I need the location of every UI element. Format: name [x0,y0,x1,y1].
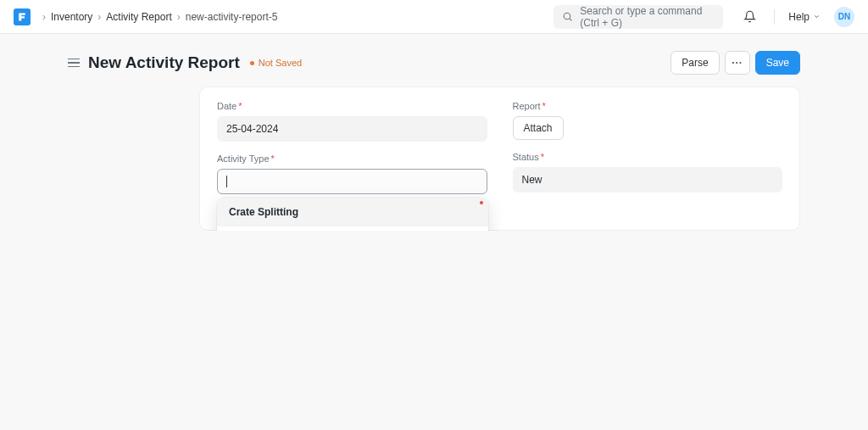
dropdown-option[interactable]: Labeling [217,226,488,231]
dropdown-option[interactable]: Crate Splitting [217,198,488,226]
status-value: New [522,174,542,186]
page-header: New Activity Report Not Saved Parse ··· … [68,51,800,87]
not-saved-label: Not Saved [259,58,302,68]
date-value: 25-04-2024 [226,123,278,135]
bell-icon [743,10,756,23]
chevron-right-icon: › [177,11,181,23]
save-button[interactable]: Save [755,51,800,75]
status-input[interactable]: New [513,167,783,193]
form-column-left: Date* 25-04-2024 Activity Type* [217,101,487,206]
indicator-dot-icon [480,201,483,204]
report-label: Report* [513,101,783,111]
field-date: Date* 25-04-2024 [217,101,487,142]
app-logo[interactable] [14,8,31,25]
global-search[interactable]: Search or type a command (Ctrl + G) [554,5,723,29]
chevron-right-icon: › [42,11,46,23]
parse-button[interactable]: Parse [670,51,719,75]
more-actions-button[interactable]: ··· [725,51,750,75]
breadcrumb-link-activity-report[interactable]: Activity Report [106,11,171,23]
status-label: Status* [513,152,783,162]
user-avatar[interactable]: DN [834,7,854,27]
field-status: Status* New [513,152,783,193]
chevron-right-icon: › [97,11,101,23]
activity-type-label: Activity Type* [217,154,487,164]
field-report: Report* Attach [513,101,783,140]
divider [774,9,775,25]
page-title: New Activity Report [88,53,240,72]
form-card: Date* 25-04-2024 Activity Type* [199,87,800,231]
notifications-button[interactable] [738,6,760,28]
breadcrumb: › Inventory › Activity Report › new-acti… [42,11,277,23]
svg-point-0 [564,13,570,20]
search-icon [562,11,573,22]
not-saved-indicator: Not Saved [250,58,302,68]
dropdown-scroll[interactable]: Crate Splitting Labeling PLU Update Pric… [217,198,488,231]
date-input[interactable]: 25-04-2024 [217,116,487,142]
svg-line-1 [570,19,571,20]
field-activity-type: Activity Type* Crate Splitting Labeling [217,154,487,194]
search-placeholder: Search or type a command (Ctrl + G) [580,5,715,29]
form-column-right: Report* Attach Status* New [513,101,783,206]
top-nav-bar: › Inventory › Activity Report › new-acti… [0,0,868,34]
chevron-down-icon [813,13,821,20]
help-menu[interactable]: Help [788,11,821,23]
activity-type-input[interactable] [217,169,487,194]
breadcrumb-link-inventory[interactable]: Inventory [51,11,92,23]
breadcrumb-current: new-activity-report-5 [186,11,278,23]
sidebar-toggle[interactable] [68,59,80,68]
date-label: Date* [217,101,487,111]
help-label: Help [788,11,810,23]
activity-type-dropdown: Crate Splitting Labeling PLU Update Pric… [217,198,488,231]
status-dot-icon [250,61,254,65]
attach-button[interactable]: Attach [513,116,564,140]
